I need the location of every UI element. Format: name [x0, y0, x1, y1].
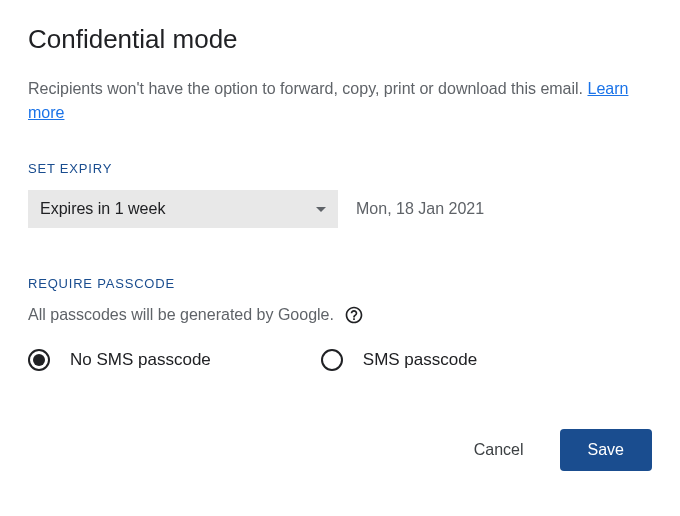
chevron-down-icon [316, 207, 326, 212]
radio-sms-label: SMS passcode [363, 350, 477, 370]
radio-sms-passcode[interactable]: SMS passcode [321, 349, 477, 371]
dialog-buttons: Cancel Save [28, 429, 652, 471]
passcode-description: All passcodes will be generated by Googl… [28, 306, 334, 324]
set-expiry-label: SET EXPIRY [28, 161, 652, 176]
passcode-radio-group: No SMS passcode SMS passcode [28, 349, 652, 371]
radio-selected-icon [28, 349, 50, 371]
radio-unselected-icon [321, 349, 343, 371]
expiry-dropdown-value: Expires in 1 week [40, 200, 165, 218]
dialog-description: Recipients won't have the option to forw… [28, 77, 652, 125]
cancel-button[interactable]: Cancel [458, 431, 540, 469]
save-button[interactable]: Save [560, 429, 652, 471]
expiry-dropdown[interactable]: Expires in 1 week [28, 190, 338, 228]
radio-no-sms-passcode[interactable]: No SMS passcode [28, 349, 211, 371]
help-icon[interactable] [344, 305, 364, 325]
description-text: Recipients won't have the option to forw… [28, 80, 588, 97]
dialog-title: Confidential mode [28, 24, 652, 55]
passcode-description-row: All passcodes will be generated by Googl… [28, 305, 652, 325]
expiry-date-display: Mon, 18 Jan 2021 [356, 200, 484, 218]
radio-no-sms-label: No SMS passcode [70, 350, 211, 370]
expiry-row: Expires in 1 week Mon, 18 Jan 2021 [28, 190, 652, 228]
require-passcode-label: REQUIRE PASSCODE [28, 276, 652, 291]
